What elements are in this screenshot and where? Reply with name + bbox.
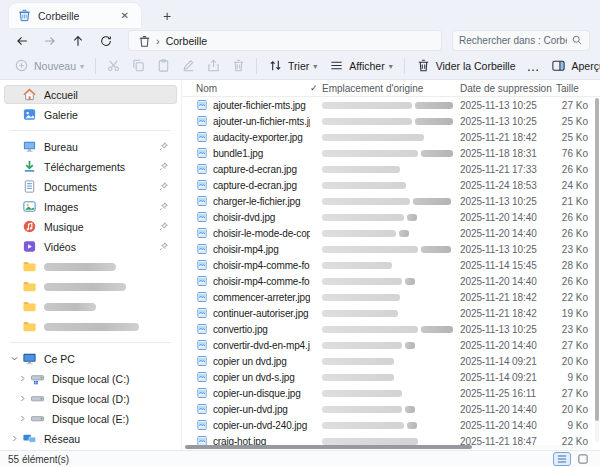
file-row[interactable]: capture-d-ecran.jpg2025-11-21 17:3326 Ko — [182, 161, 600, 177]
deletion-date: 2025-11-21 17:33 — [460, 164, 556, 175]
vertical-scrollbar[interactable] — [595, 98, 599, 442]
tab-corbeille[interactable]: Corbeille ✕ — [9, 3, 141, 28]
sort-button[interactable]: Trier▾ — [262, 55, 323, 78]
view-button[interactable]: Afficher▾ — [323, 55, 398, 78]
sidebar-item-musique[interactable]: Musique — [4, 217, 177, 236]
picture-file-icon — [196, 115, 208, 127]
sidebar-item-reseau[interactable]: Réseau — [4, 429, 177, 448]
sidebar-item-videos[interactable]: Vidéos — [4, 237, 177, 256]
file-row[interactable]: commencer-arreter.jpg2025-11-21 18:4222 … — [182, 289, 600, 305]
trash-icon — [231, 58, 246, 75]
sidebar-item-bureau[interactable]: Bureau — [4, 137, 177, 156]
rename-button[interactable] — [176, 55, 201, 78]
trash-icon — [416, 58, 431, 75]
chevron-right-icon[interactable] — [18, 414, 30, 423]
documents-icon — [22, 179, 37, 194]
search-box[interactable] — [452, 30, 590, 51]
file-row[interactable]: copier-un-disque.jpg2025-11-25 16:1127 K… — [182, 385, 600, 401]
origin-path-redacted — [322, 310, 460, 317]
file-name-cell: ajouter-fichier-mts.jpg — [182, 99, 310, 111]
file-row[interactable]: choisir-mp4-comme-format-de-s...2025-11-… — [182, 257, 600, 273]
file-row[interactable]: ajouter-fichier-mts.jpg2025-11-13 10:252… — [182, 97, 600, 113]
sidebar-item-ce-pc[interactable]: Ce PC — [4, 349, 177, 368]
file-row[interactable]: copier un dvd-s.jpg2025-11-14 09:219 Ko — [182, 369, 600, 385]
chevron-down-icon: ▾ — [389, 62, 393, 71]
file-row[interactable]: bundle1.jpg2025-11-18 18:3176 Ko — [182, 145, 600, 161]
sidebar-item-images[interactable]: Images — [4, 197, 177, 216]
deletion-date: 2025-11-13 10:25 — [460, 324, 556, 335]
file-row[interactable]: copier-un-dvd.jpg2025-11-20 14:4020 Ko — [182, 401, 600, 417]
forward-icon[interactable] — [38, 30, 62, 51]
horizontal-scrollbar-thumb[interactable] — [185, 445, 472, 449]
paste-button[interactable] — [151, 55, 176, 78]
chevron-down-icon[interactable] — [10, 354, 22, 363]
file-row[interactable]: continuer-autoriser.jpg2025-11-21 18:421… — [182, 305, 600, 321]
column-header-name[interactable]: Nom — [182, 83, 310, 94]
sidebar-item-disque-local-c[interactable]: Disque local (C:) — [4, 369, 177, 388]
origin-path-redacted — [322, 294, 460, 301]
sidebar-item-folder-redacted[interactable] — [4, 317, 177, 336]
breadcrumb[interactable]: › Corbeille — [128, 30, 442, 51]
chevron-right-icon[interactable] — [10, 434, 22, 443]
cut-button[interactable] — [101, 55, 126, 78]
empty-recycle-bin-button[interactable]: Vider la Corbeille — [410, 55, 522, 78]
horizontal-scrollbar[interactable] — [183, 445, 592, 449]
sidebar-item-folder-redacted[interactable] — [4, 297, 177, 316]
file-size: 21 Ko — [556, 196, 600, 207]
file-name: copier-un-dvd-240.jpg — [213, 420, 307, 431]
share-button[interactable] — [201, 55, 226, 78]
file-row[interactable]: convertir-dvd-en-mp4.jpg2025-11-20 14:40… — [182, 337, 600, 353]
file-row[interactable]: copier-un-dvd-240.jpg2025-11-20 14:409 K… — [182, 417, 600, 433]
back-icon[interactable] — [10, 30, 34, 51]
sidebar-item-accueil[interactable]: Accueil — [4, 85, 177, 104]
new-tab-button[interactable]: + — [155, 8, 179, 28]
column-header-date[interactable]: Date de suppression — [460, 83, 556, 94]
file-row[interactable]: choisir-mp4.jpg2025-11-13 10:2523 Ko — [182, 241, 600, 257]
file-row[interactable]: convertio.jpg2025-11-13 10:2523 Ko — [182, 321, 600, 337]
gallery-icon — [22, 107, 37, 122]
redacted-path-segment — [421, 150, 453, 157]
preview-pane-button[interactable]: Aperçu — [545, 55, 600, 78]
search-input[interactable] — [459, 35, 567, 46]
file-row[interactable]: choisir-mp4-comme-format-de-s...2025-11-… — [182, 273, 600, 289]
tab-close-icon[interactable]: ✕ — [117, 9, 133, 22]
sidebar-item-documents[interactable]: Documents — [4, 177, 177, 196]
redacted-folder-name — [44, 263, 116, 271]
details-view-button[interactable] — [553, 452, 571, 466]
picture-file-icon — [196, 339, 208, 351]
check-icon[interactable]: ✓ — [310, 83, 322, 93]
file-name-cell: bundle1.jpg — [182, 147, 310, 159]
column-header-size[interactable]: Taille — [556, 83, 600, 94]
vertical-scrollbar-thumb[interactable] — [595, 98, 599, 421]
file-row[interactable]: choisir-le-mode-de-copie.jpg2025-11-20 1… — [182, 225, 600, 241]
file-row[interactable]: audacity-exporter.jpg2025-11-21 18:4225 … — [182, 129, 600, 145]
refresh-icon[interactable] — [94, 30, 118, 51]
up-icon[interactable] — [66, 30, 90, 51]
file-row[interactable]: copier un dvd.jpg2025-11-14 09:2120 Ko — [182, 353, 600, 369]
breadcrumb-location[interactable]: Corbeille — [166, 35, 207, 47]
chevron-right-icon[interactable] — [18, 394, 30, 403]
file-row[interactable]: charger-le-fichier.jpg2025-11-13 10:2521… — [182, 193, 600, 209]
folder-icon — [22, 299, 37, 314]
sidebar-item-disque-local-e[interactable]: Disque local (E:) — [4, 409, 177, 428]
copy-button[interactable] — [126, 55, 151, 78]
file-row[interactable]: ajouter-un-fichier-mts.jpg2025-11-13 10:… — [182, 113, 600, 129]
file-name-cell: copier un dvd.jpg — [182, 355, 310, 367]
file-row[interactable]: choisir-dvd.jpg2025-11-20 14:4026 Ko — [182, 209, 600, 225]
file-name-cell: continuer-autoriser.jpg — [182, 307, 310, 319]
column-header-origin[interactable]: Emplacement d'origine — [322, 83, 460, 94]
sidebar-item-disque-local-d[interactable]: Disque local (D:) — [4, 389, 177, 408]
sidebar-item-telechargements[interactable]: Téléchargements — [4, 157, 177, 176]
address-bar: › Corbeille — [0, 28, 600, 53]
sidebar-item-folder-redacted[interactable] — [4, 257, 177, 276]
delete-button[interactable] — [226, 55, 251, 78]
chevron-right-icon[interactable] — [18, 374, 30, 383]
sidebar-item-folder-redacted[interactable] — [4, 277, 177, 296]
more-options-button[interactable]: … — [521, 55, 545, 78]
file-row[interactable]: capture-d-ecran.jpg2025-11-24 18:5324 Ko — [182, 177, 600, 193]
thumbnails-view-button[interactable] — [574, 452, 592, 466]
new-button[interactable]: Nouveau▾ — [8, 55, 90, 78]
file-name: choisir-mp4.jpg — [213, 244, 279, 255]
sidebar-item-galerie[interactable]: Galerie — [4, 105, 177, 124]
file-name: ajouter-un-fichier-mts.jpg — [213, 116, 310, 127]
